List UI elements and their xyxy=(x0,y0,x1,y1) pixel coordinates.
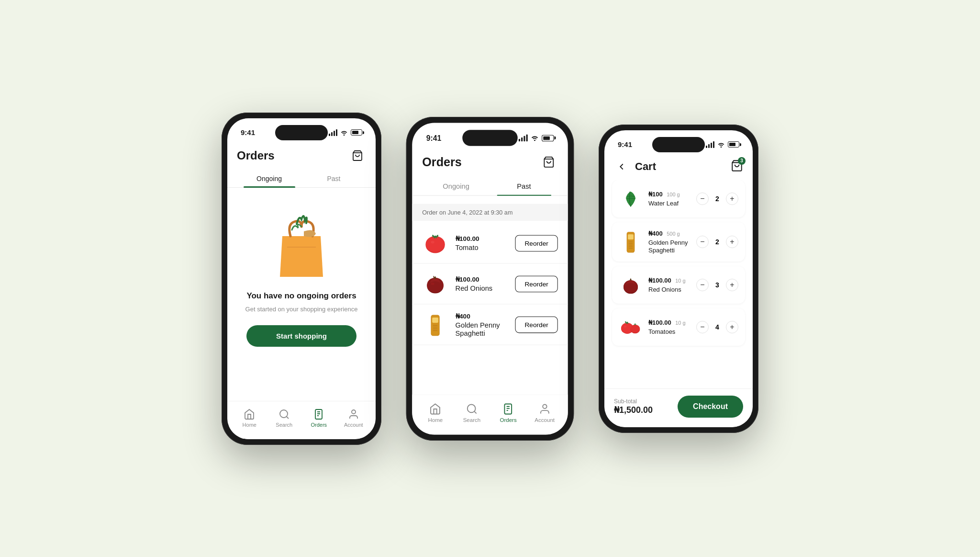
cart-tomato-name: Tomatoes xyxy=(648,328,690,336)
wifi-icon-1 xyxy=(340,130,348,136)
svg-point-43 xyxy=(624,326,627,328)
nav-orders-2[interactable]: Orders xyxy=(494,402,523,422)
cart-pasta-price: ₦400 xyxy=(648,230,663,237)
battery-icon-1 xyxy=(351,129,362,136)
page-title-1: Orders xyxy=(237,149,275,162)
cart-onion-price: ₦100.00 xyxy=(648,277,671,284)
subtotal-section: Sub-total ₦1,500.00 xyxy=(614,398,653,415)
svg-point-8 xyxy=(352,410,356,414)
svg-line-24 xyxy=(474,411,477,413)
status-time-2: 9:41 xyxy=(426,134,442,142)
nav-home-2[interactable]: Home xyxy=(421,402,449,422)
cart-pasta-name: Golden Penny Spaghetti xyxy=(648,239,690,255)
onion-increment[interactable]: + xyxy=(726,279,738,291)
search-icon-1 xyxy=(278,409,290,420)
pasta-increment[interactable]: + xyxy=(726,236,738,248)
cart-item-waterleaf: ₦100 100 g Water Leaf − 2 + xyxy=(612,180,745,217)
orders-header-1: Orders xyxy=(227,143,376,170)
dynamic-island-3 xyxy=(652,137,705,152)
onion-cart-info: ₦100.00 10 g Red Onions xyxy=(648,276,690,294)
waterleaf-weight: 100 g xyxy=(667,192,680,197)
order-item-tomato-info: ₦100.00 Tomato xyxy=(456,235,508,251)
tomato-name: Tomato xyxy=(456,243,508,251)
nav-orders-1[interactable]: Orders xyxy=(305,409,332,428)
svg-point-45 xyxy=(630,325,640,333)
tab-ongoing-2[interactable]: Ongoing xyxy=(422,177,490,195)
nav-account-1[interactable]: Account xyxy=(340,409,367,428)
empty-state: You have no ongoing orders Get started o… xyxy=(227,195,376,357)
nav-home-label-2: Home xyxy=(428,417,443,423)
cart-button-1[interactable] xyxy=(349,147,366,164)
nav-search-1[interactable]: Search xyxy=(271,409,298,428)
orders-icon-1 xyxy=(313,409,324,420)
order-item-tomato: ₦100.00 Tomato Reorder xyxy=(412,223,568,263)
nav-search-2[interactable]: Search xyxy=(458,402,486,422)
signal-icon-3 xyxy=(706,141,714,148)
nav-home-label-1: Home xyxy=(243,422,256,428)
pasta-name: Golden Penny Spaghetti xyxy=(456,320,508,337)
pasta-image xyxy=(422,311,448,338)
order-item-pasta: ₦400 Golden Penny Spaghetti Reorder xyxy=(412,304,568,345)
reorder-onion-button[interactable]: Reorder xyxy=(515,275,558,292)
signal-icon-2 xyxy=(519,134,528,141)
svg-point-11 xyxy=(426,236,445,251)
pasta-qty: 2 xyxy=(713,238,721,246)
tab-ongoing-1[interactable]: Ongoing xyxy=(237,170,301,187)
cart-footer: Sub-total ₦1,500.00 Checkout xyxy=(604,388,753,427)
cart-items-list: ₦100 100 g Water Leaf − 2 + xyxy=(604,180,753,394)
onion-qty: 3 xyxy=(713,281,721,289)
pasta-qty-control: − 2 + xyxy=(696,236,738,248)
tab-past-1[interactable]: Past xyxy=(301,170,366,187)
waterleaf-decrement[interactable]: − xyxy=(696,193,709,205)
reorder-tomato-button[interactable]: Reorder xyxy=(515,235,558,251)
cart-page-title: Cart xyxy=(635,160,725,173)
dynamic-island-1 xyxy=(275,125,328,140)
onion-image xyxy=(422,271,448,297)
nav-home-1[interactable]: Home xyxy=(236,409,263,428)
onion-qty-control: − 3 + xyxy=(696,279,738,291)
back-button[interactable] xyxy=(614,159,629,174)
bottom-nav-1: Home Search Orders xyxy=(227,401,376,439)
cart-item-tomatoes: ₦100.00 10 g Tomatoes − 4 + xyxy=(612,308,745,346)
onion-price: ₦100.00 xyxy=(456,275,508,283)
subtotal-amount: ₦1,500.00 xyxy=(614,405,653,415)
start-shopping-button[interactable]: Start shopping xyxy=(246,325,356,347)
home-icon-1 xyxy=(244,409,255,420)
nav-account-2[interactable]: Account xyxy=(531,402,559,422)
pasta-decrement[interactable]: − xyxy=(696,236,709,248)
nav-account-label-1: Account xyxy=(344,422,363,428)
search-icon-2 xyxy=(466,402,478,414)
tomato-qty: 4 xyxy=(713,323,721,331)
waterleaf-price: ₦100 xyxy=(648,191,663,198)
nav-search-label-1: Search xyxy=(276,422,292,428)
onion-decrement[interactable]: − xyxy=(696,279,709,291)
tabs-1: Ongoing Past xyxy=(227,170,376,188)
checkout-button[interactable]: Checkout xyxy=(678,396,743,418)
order-item-pasta-info: ₦400 Golden Penny Spaghetti xyxy=(456,312,508,336)
status-time-1: 9:41 xyxy=(241,128,255,136)
status-icons-2 xyxy=(519,134,554,141)
svg-point-29 xyxy=(543,404,546,408)
cart-button-2[interactable] xyxy=(540,153,558,171)
svg-rect-33 xyxy=(628,234,634,239)
waterleaf-qty-control: − 2 + xyxy=(696,193,738,205)
tomato-increment[interactable]: + xyxy=(726,321,738,333)
tomato-decrement[interactable]: − xyxy=(696,321,709,333)
wifi-icon-3 xyxy=(717,142,725,148)
cart-badge-button[interactable]: 3 xyxy=(731,159,743,174)
svg-rect-18 xyxy=(432,317,438,322)
tomato-qty-control: − 4 + xyxy=(696,321,738,333)
tabs-2: Ongoing Past xyxy=(412,177,568,195)
reorder-pasta-button[interactable]: Reorder xyxy=(515,316,558,333)
svg-point-23 xyxy=(467,404,475,412)
account-icon-1 xyxy=(348,409,359,420)
order-item-onion-info: ₦100.00 Red Onions xyxy=(456,275,508,292)
wifi-icon-2 xyxy=(531,135,539,141)
waterleaf-name: Water Leaf xyxy=(648,200,690,208)
tab-past-2[interactable]: Past xyxy=(490,177,558,195)
waterleaf-increment[interactable]: + xyxy=(726,193,738,205)
order-date: Order on June 4, 2022 at 9:30 am xyxy=(412,204,568,221)
cart-onion-weight: 10 g xyxy=(675,278,685,284)
cart-tomato-price: ₦100.00 xyxy=(648,319,671,326)
cart-item-pasta: ₦400 500 g Golden Penny Spaghetti − 2 + xyxy=(612,222,745,262)
